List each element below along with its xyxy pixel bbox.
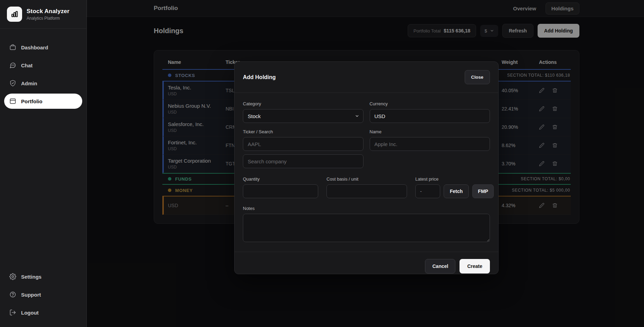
- fmp-button[interactable]: FMP: [472, 184, 494, 198]
- latest-price-label: Latest price: [415, 176, 494, 182]
- sidebar-item-chat[interactable]: Chat: [4, 58, 82, 73]
- quantity-field: Quantity: [243, 176, 318, 198]
- quantity-input[interactable]: [243, 184, 318, 198]
- category-label: Category: [243, 101, 363, 106]
- chat-bubble-icon: [9, 62, 16, 69]
- cancel-button[interactable]: Cancel: [425, 259, 455, 273]
- modal-title: Add Holding: [243, 74, 276, 80]
- shield-check-icon: [9, 80, 16, 87]
- notes-field: Notes: [243, 206, 490, 243]
- name-field: Name: [370, 129, 490, 151]
- brand-title: Stock Analyzer: [27, 8, 69, 15]
- latest-price-field: Latest price - Fetch FMP: [415, 176, 494, 198]
- brand-logo: [7, 7, 22, 22]
- create-button[interactable]: Create: [460, 259, 490, 273]
- briefcase-icon: [9, 44, 16, 51]
- sidebar-item-label: Settings: [21, 274, 41, 280]
- sidebar: Stock Analyzer Analytics Platform Dashbo…: [0, 0, 87, 327]
- brand: Stock Analyzer Analytics Platform: [0, 0, 86, 29]
- modal-body: Category Stock Currency: [235, 93, 498, 252]
- ticker-label: Ticker / Search: [243, 129, 363, 134]
- currency-label: Currency: [370, 101, 490, 106]
- latest-price-value: -: [415, 184, 440, 198]
- modal-header: Add Holding Close: [235, 62, 498, 93]
- fetch-button[interactable]: Fetch: [444, 184, 469, 198]
- notes-label: Notes: [243, 206, 490, 211]
- category-select[interactable]: Stock: [243, 109, 363, 123]
- close-button[interactable]: Close: [465, 70, 490, 84]
- add-holding-modal: Add Holding Close Category Stock: [234, 61, 499, 274]
- currency-field: Currency: [370, 101, 490, 123]
- search-company-input[interactable]: [243, 154, 363, 168]
- notes-textarea[interactable]: [243, 214, 490, 242]
- search-company-field: [243, 154, 363, 168]
- sidebar-item-label: Dashboard: [21, 45, 48, 50]
- cost-basis-input[interactable]: [326, 184, 407, 198]
- sidebar-item-portfolio[interactable]: Portfolio: [4, 94, 82, 109]
- app-root: Stock Analyzer Analytics Platform Dashbo…: [0, 0, 644, 327]
- portfolio-window-icon: [9, 98, 16, 105]
- modal-footer: Cancel Create: [235, 252, 498, 280]
- cost-basis-field: Cost basis / unit: [326, 176, 407, 198]
- sidebar-item-dashboard[interactable]: Dashboard: [4, 40, 82, 55]
- ticker-input[interactable]: [243, 137, 363, 151]
- sidebar-item-label: Portfolio: [21, 98, 42, 104]
- logout-icon: [9, 309, 16, 316]
- cost-basis-label: Cost basis / unit: [326, 176, 407, 182]
- ticker-field: Ticker / Search: [243, 129, 363, 151]
- bar-chart-icon: [11, 10, 18, 18]
- brand-subtitle: Analytics Platform: [27, 16, 69, 21]
- sidebar-item-label: Logout: [21, 310, 39, 316]
- help-circle-icon: [9, 291, 16, 298]
- currency-input[interactable]: [370, 109, 490, 123]
- sidebar-nav: Dashboard Chat Admin Portfolio: [0, 29, 86, 109]
- name-input[interactable]: [370, 137, 490, 151]
- sidebar-item-settings[interactable]: Settings: [4, 269, 82, 284]
- sidebar-footer-nav: Settings Support Logout: [4, 269, 82, 323]
- sidebar-item-support[interactable]: Support: [4, 287, 82, 302]
- quantity-label: Quantity: [243, 176, 318, 182]
- sidebar-item-label: Support: [21, 292, 41, 298]
- gear-icon: [9, 273, 16, 280]
- category-field: Category Stock: [243, 101, 363, 123]
- sidebar-item-admin[interactable]: Admin: [4, 76, 82, 91]
- sidebar-item-label: Chat: [21, 62, 32, 68]
- sidebar-item-label: Admin: [21, 80, 37, 86]
- name-label: Name: [370, 129, 490, 134]
- brand-text: Stock Analyzer Analytics Platform: [27, 8, 69, 21]
- sidebar-item-logout[interactable]: Logout: [4, 305, 82, 320]
